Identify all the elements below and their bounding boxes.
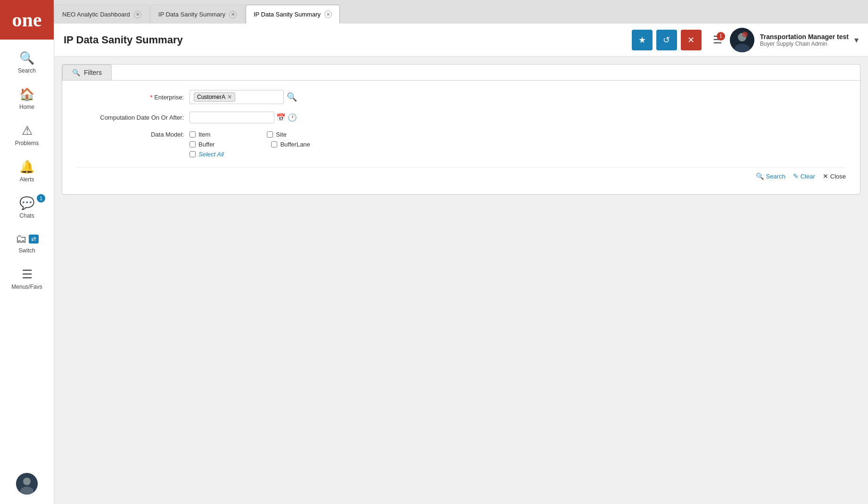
menu-icon: ☰ <box>22 267 33 282</box>
user-section[interactable]: Transportation Manager test Buyer Supply… <box>730 28 859 52</box>
filters-panel: 🔍 Filters * Enterprise: CustomerA ✕ <box>62 64 860 195</box>
filters-tab[interactable]: 🔍 Filters <box>62 65 112 80</box>
svg-point-6 <box>742 32 748 37</box>
main-area: NEO Analytic Dashboard ✕ IP Data Sanity … <box>54 0 868 504</box>
close-icon: ✕ <box>687 35 694 45</box>
switch-badge: ⇄ <box>29 235 39 244</box>
tab-close-icon[interactable]: ✕ <box>134 11 141 18</box>
bufferlane-checkbox-label: BufferLane <box>280 141 310 148</box>
data-model-filter-row: Data Model: Item Site <box>76 131 846 158</box>
checkbox-item[interactable]: Item <box>190 131 210 138</box>
site-checkbox[interactable] <box>267 131 273 138</box>
enterprise-search-button[interactable]: 🔍 <box>287 92 297 102</box>
page-title: IP Data Sanity Summary <box>64 34 632 46</box>
filter-search-icon: 🔍 <box>72 69 80 76</box>
warning-icon: ⚠ <box>22 123 33 138</box>
page-header: IP Data Sanity Summary ★ ↻ ✕ ☰ 1 <box>54 24 868 57</box>
clear-btn-label: Clear <box>801 173 815 180</box>
switch-icon: 🗂 <box>16 232 27 245</box>
checkbox-item[interactable]: BufferLane <box>271 141 310 148</box>
user-avatar <box>730 28 754 52</box>
select-all-label: Select All <box>198 151 224 158</box>
close-btn-label: Close <box>830 173 846 180</box>
svg-point-1 <box>23 478 31 485</box>
calendar-icon-button[interactable]: 📅 <box>276 113 286 122</box>
avatar-svg <box>16 473 38 495</box>
search-btn-label: Search <box>766 173 785 180</box>
sidebar-item-alerts[interactable]: 🔔 Alerts <box>0 153 54 189</box>
search-action-link[interactable]: 🔍 Search <box>756 172 785 180</box>
notifications-menu-button[interactable]: ☰ 1 <box>713 34 722 46</box>
refresh-icon: ↻ <box>663 35 670 45</box>
close-action-icon: ✕ <box>823 172 828 180</box>
filters-body: * Enterprise: CustomerA ✕ 🔍 <box>62 80 860 194</box>
close-action-link[interactable]: ✕ Close <box>823 172 846 180</box>
sidebar-item-switch[interactable]: 🗂 ⇄ Switch <box>0 226 54 260</box>
dropdown-arrow-icon: ▾ <box>854 35 859 45</box>
sidebar-item-menus[interactable]: ☰ Menus/Favs <box>0 260 54 297</box>
checkbox-item[interactable]: Buffer <box>190 141 215 148</box>
tab-label: IP Data Sanity Summary <box>158 11 225 18</box>
sidebar-item-chats[interactable]: 1 💬 Chats <box>0 189 54 226</box>
select-all-checkbox[interactable] <box>190 151 196 157</box>
checkboxes-row-1: Item Site <box>190 131 310 138</box>
user-info: Transportation Manager test Buyer Supply… <box>760 33 849 47</box>
favorite-button[interactable]: ★ <box>632 30 653 50</box>
enterprise-label: * Enterprise: <box>76 94 190 101</box>
tab-label: NEO Analytic Dashboard <box>62 11 130 18</box>
sidebar-item-label: Menus/Favs <box>11 284 42 290</box>
chat-badge: 1 <box>37 194 45 203</box>
filters-tab-label: Filters <box>84 69 102 76</box>
sidebar-user-avatar <box>16 473 38 495</box>
enterprise-filter-row: * Enterprise: CustomerA ✕ 🔍 <box>76 90 846 104</box>
buffer-checkbox[interactable] <box>190 141 196 147</box>
user-name: Transportation Manager test <box>760 33 849 41</box>
date-label: Computation Date On Or After: <box>76 114 190 121</box>
bufferlane-checkbox[interactable] <box>271 141 277 147</box>
home-icon: 🏠 <box>19 87 34 102</box>
notification-badge: 1 <box>717 32 725 41</box>
refresh-button[interactable]: ↻ <box>656 30 677 50</box>
sidebar-item-label: Alerts <box>20 176 34 183</box>
content-area: 🔍 Filters * Enterprise: CustomerA ✕ <box>54 57 868 504</box>
enterprise-tag: CustomerA ✕ <box>194 92 235 102</box>
select-all-item[interactable]: Select All <box>190 151 224 158</box>
sidebar-item-search[interactable]: 🔍 Search <box>0 44 54 81</box>
sidebar-item-label: Switch <box>18 247 35 254</box>
tab-close-icon[interactable]: ✕ <box>229 11 237 18</box>
enterprise-tag-value: CustomerA <box>197 94 225 100</box>
required-indicator: * <box>150 94 154 101</box>
tab-neo[interactable]: NEO Analytic Dashboard ✕ <box>54 5 149 24</box>
clock-icon-button[interactable]: 🕐 <box>288 113 297 122</box>
chat-icon: 💬 <box>19 196 34 211</box>
user-avatar-svg <box>730 28 754 52</box>
search-action-icon: 🔍 <box>756 172 764 180</box>
app-logo: one <box>0 0 54 40</box>
sidebar-item-home[interactable]: 🏠 Home <box>0 81 54 117</box>
date-input[interactable] <box>190 112 274 123</box>
enterprise-input[interactable]: CustomerA ✕ <box>190 90 284 104</box>
search-icon: 🔍 <box>19 51 34 65</box>
close-page-button[interactable]: ✕ <box>681 30 702 50</box>
item-checkbox-label: Item <box>198 131 210 138</box>
enterprise-search-icon: 🔍 <box>287 92 297 102</box>
checkbox-item[interactable]: Site <box>267 131 286 138</box>
sidebar-item-problems[interactable]: ⚠ Problems <box>0 117 54 153</box>
tab-ip2[interactable]: IP Data Sanity Summary ✕ <box>246 5 340 24</box>
bell-icon: 🔔 <box>19 160 34 174</box>
site-checkbox-label: Site <box>276 131 286 138</box>
user-role: Buyer Supply Chain Admin <box>760 41 849 47</box>
star-icon: ★ <box>638 35 646 45</box>
item-checkbox[interactable] <box>190 131 196 138</box>
checkboxes-group: Item Site Buffer <box>190 131 310 158</box>
tab-bar: NEO Analytic Dashboard ✕ IP Data Sanity … <box>54 0 868 24</box>
switch-icons: 🗂 ⇄ <box>16 232 39 245</box>
tab-ip1[interactable]: IP Data Sanity Summary ✕ <box>150 5 245 24</box>
sidebar-item-label: Problems <box>15 140 39 146</box>
clear-action-link[interactable]: ✎ Clear <box>793 172 815 180</box>
tab-close-icon[interactable]: ✕ <box>324 10 332 18</box>
sidebar: one 🔍 Search 🏠 Home ⚠ Problems 🔔 Alerts … <box>0 0 54 504</box>
sidebar-avatar[interactable] <box>0 466 54 504</box>
clear-action-icon: ✎ <box>793 172 799 180</box>
enterprise-tag-remove[interactable]: ✕ <box>227 94 232 100</box>
